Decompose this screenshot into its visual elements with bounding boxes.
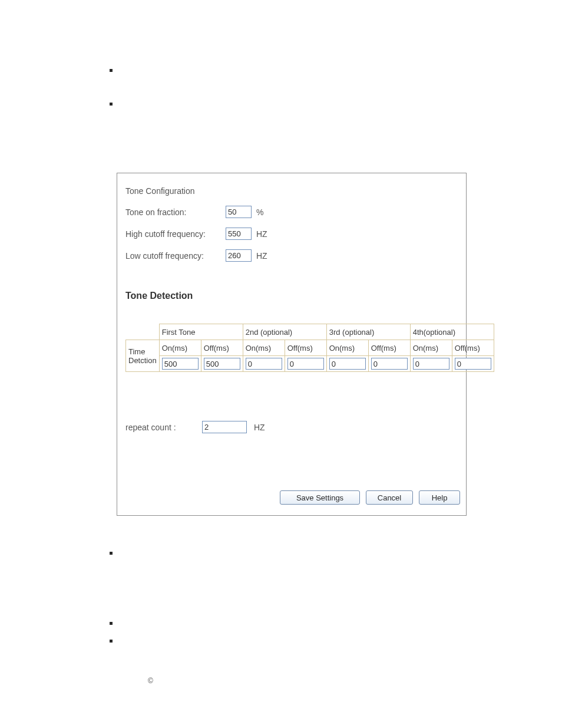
- low-cutoff-row: Low cutoff frequency: HZ: [125, 249, 267, 262]
- subhead-off-3: Off(ms): [368, 340, 410, 356]
- button-row: Save Settings Cancel Help: [280, 490, 460, 505]
- cell-6: [368, 356, 410, 372]
- page: Tone Configuration Tone on fraction: % H…: [0, 0, 562, 728]
- on-1-input[interactable]: [162, 358, 199, 370]
- repeat-count-unit: HZ: [254, 423, 265, 432]
- repeat-count-row: repeat count : HZ: [125, 421, 265, 433]
- subhead-off-1: Off(ms): [201, 340, 243, 356]
- group-header-3: 3rd (optional): [326, 324, 410, 340]
- table-corner-cell: [126, 324, 160, 340]
- bullet-marker: [110, 622, 113, 625]
- cell-3: [243, 356, 285, 372]
- low-cutoff-label: Low cutoff frequency:: [125, 251, 226, 261]
- cell-4: [285, 356, 326, 372]
- group-header-4: 4th(optional): [410, 324, 494, 340]
- subhead-on-4: On(ms): [410, 340, 452, 356]
- cell-2: [201, 356, 243, 372]
- tone-on-fraction-input[interactable]: [226, 206, 252, 218]
- subhead-on-3: On(ms): [326, 340, 368, 356]
- bullet-marker: [110, 640, 113, 643]
- on-2-input[interactable]: [246, 358, 282, 370]
- off-3-input[interactable]: [371, 358, 408, 370]
- group-header-2: 2nd (optional): [243, 324, 326, 340]
- tone-detection-title: Tone Detection: [125, 291, 193, 301]
- cell-7: [410, 356, 452, 372]
- save-settings-button[interactable]: Save Settings: [280, 490, 360, 505]
- tone-on-fraction-unit: %: [256, 207, 263, 217]
- tone-on-fraction-row: Tone on fraction: %: [125, 206, 263, 218]
- cell-1: [159, 356, 201, 372]
- on-4-input[interactable]: [413, 358, 449, 370]
- high-cutoff-label: High cutoff frequency:: [125, 229, 226, 239]
- tone-config-title: Tone Configuration: [125, 186, 195, 196]
- cell-8: [452, 356, 494, 372]
- time-detection-label: Time Detction: [126, 340, 160, 372]
- off-1-input[interactable]: [204, 358, 240, 370]
- repeat-count-label: repeat count :: [125, 423, 202, 432]
- cancel-button[interactable]: Cancel: [366, 490, 413, 505]
- subhead-off-4: Off(ms): [452, 340, 494, 356]
- on-3-input[interactable]: [329, 358, 366, 370]
- low-cutoff-unit: HZ: [256, 251, 267, 261]
- cell-5: [326, 356, 368, 372]
- bullet-marker: [110, 69, 113, 72]
- subhead-on-2: On(ms): [243, 340, 285, 356]
- detection-table: First Tone 2nd (optional) 3rd (optional)…: [125, 324, 494, 372]
- off-2-input[interactable]: [287, 358, 324, 370]
- high-cutoff-unit: HZ: [256, 229, 267, 239]
- high-cutoff-input[interactable]: [226, 228, 252, 240]
- repeat-count-input[interactable]: [202, 421, 247, 433]
- tone-on-fraction-label: Tone on fraction:: [125, 207, 226, 217]
- help-button[interactable]: Help: [419, 490, 460, 505]
- copyright-mark: ©: [148, 677, 153, 685]
- subhead-off-2: Off(ms): [285, 340, 326, 356]
- bullet-marker: [110, 103, 113, 106]
- subhead-on-1: On(ms): [159, 340, 201, 356]
- low-cutoff-input[interactable]: [226, 249, 252, 262]
- bullet-marker: [110, 552, 113, 555]
- config-panel: Tone Configuration Tone on fraction: % H…: [117, 173, 467, 516]
- group-header-1: First Tone: [159, 324, 243, 340]
- off-4-input[interactable]: [455, 358, 491, 370]
- high-cutoff-row: High cutoff frequency: HZ: [125, 228, 267, 240]
